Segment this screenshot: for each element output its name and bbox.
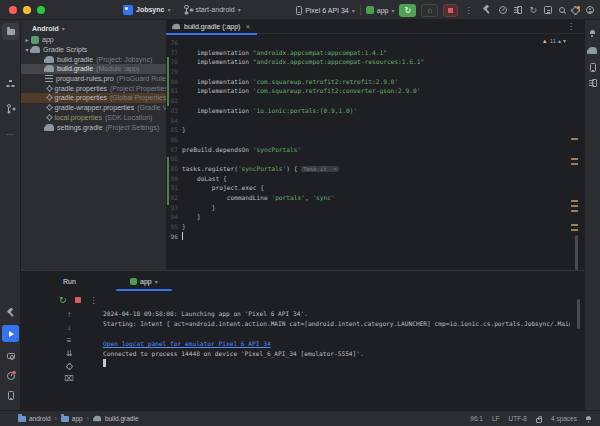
code-token: implementation bbox=[182, 78, 253, 85]
code-token: } bbox=[182, 204, 216, 211]
settings-icon[interactable] bbox=[572, 7, 579, 14]
editor-scrollbar[interactable] bbox=[575, 235, 578, 270]
project-tool-button[interactable] bbox=[2, 23, 19, 40]
git-tool-button[interactable] bbox=[2, 100, 19, 117]
phone-icon bbox=[8, 391, 14, 400]
stop-button[interactable] bbox=[443, 4, 458, 17]
bell-icon bbox=[590, 30, 596, 36]
line-number: 87 bbox=[166, 145, 178, 155]
stop-icon[interactable] bbox=[75, 297, 81, 303]
tree-item-hint: (Module :app) bbox=[96, 65, 139, 72]
editor-tab-build-gradle[interactable]: build.gradle (:app) × bbox=[166, 20, 257, 34]
device-manager-tool-button[interactable] bbox=[585, 75, 600, 92]
logcat-tool-button[interactable] bbox=[2, 347, 19, 364]
running-devices-tool-button[interactable] bbox=[2, 387, 19, 404]
breadcrumb: android › app › build.gradle bbox=[18, 415, 139, 422]
soft-wrap-icon[interactable]: ≡ bbox=[67, 337, 72, 345]
run-console[interactable]: 2024-04-18 09:58:08: Launching app on 'P… bbox=[103, 309, 570, 406]
running-devices-tool-button[interactable] bbox=[585, 59, 600, 76]
structure-tool-button[interactable] bbox=[2, 75, 19, 92]
device-manager-icon[interactable] bbox=[514, 6, 522, 15]
logcat-panel-link[interactable]: Open logcat panel for emulator Pixel 6 A… bbox=[103, 340, 271, 347]
project-name: Jobsync bbox=[136, 6, 164, 13]
android-studio-window: Jobsync ▾ start-android ▾ Pixel 6 API 34… bbox=[0, 0, 600, 426]
minimize-window-button[interactable] bbox=[23, 6, 31, 14]
gradle-tool-button[interactable] bbox=[585, 42, 600, 59]
run-tab-label: app bbox=[140, 278, 152, 285]
breadcrumb-android[interactable]: android bbox=[18, 415, 51, 422]
up-stack-trace-icon[interactable]: ↑ bbox=[67, 311, 71, 319]
run-panel-title: Run bbox=[63, 278, 76, 285]
code-text: preBuild.dependsOn 'syncPortals' bbox=[182, 145, 301, 155]
tree-item[interactable]: settings.gradle(Project Settings) bbox=[21, 122, 166, 132]
line-separator-widget[interactable]: LF bbox=[492, 415, 500, 422]
run-tool-button[interactable] bbox=[2, 325, 19, 342]
more-options-menu[interactable]: ⋮ bbox=[89, 296, 99, 305]
code-token: commandLine bbox=[182, 194, 271, 201]
code-token: preBuild.dependsOn bbox=[182, 146, 253, 153]
account-icon[interactable] bbox=[586, 6, 594, 14]
tree-item[interactable]: gradle.properties(Global Properties) bbox=[21, 93, 166, 103]
tree-item[interactable]: gradle.properties(Project Properties) bbox=[21, 83, 166, 93]
run-configuration-selector[interactable]: app ▾ bbox=[366, 6, 395, 14]
build-tool-button[interactable] bbox=[2, 304, 19, 321]
breadcrumb-app[interactable]: app bbox=[61, 415, 83, 422]
run-tab-app[interactable]: app ▾ bbox=[116, 271, 172, 291]
gradle-file-icon bbox=[45, 65, 54, 72]
code-token: } bbox=[182, 223, 186, 230]
vcs-branch-widget[interactable]: start-android ▾ bbox=[184, 5, 240, 15]
tree-item[interactable]: ▾Gradle Scripts bbox=[21, 45, 166, 55]
encoding-widget[interactable]: UTF-8 bbox=[509, 415, 527, 422]
sdk-manager-icon[interactable] bbox=[544, 6, 552, 14]
rerun-button[interactable]: ↻ bbox=[399, 4, 416, 17]
tree-item[interactable]: ▸app bbox=[21, 35, 166, 45]
more-actions-menu[interactable]: ⋮ bbox=[463, 6, 473, 15]
console-scrollbar[interactable] bbox=[577, 299, 580, 329]
git-branch-icon bbox=[184, 5, 192, 15]
warning-stripe-mark bbox=[571, 158, 578, 160]
scroll-to-end-icon[interactable]: ⇊ bbox=[66, 350, 73, 358]
build-icon[interactable] bbox=[482, 5, 492, 15]
code-line: 84 bbox=[166, 116, 584, 126]
indent-widget[interactable]: 4 spaces bbox=[551, 415, 577, 422]
vcs-change-bar bbox=[167, 157, 169, 205]
code-line: 80 implementation 'com.squareup.retrofit… bbox=[166, 77, 584, 87]
project-widget[interactable]: Jobsync ▾ bbox=[123, 5, 170, 15]
problems-tool-button[interactable] bbox=[2, 367, 19, 384]
tree-item[interactable]: build.gradle(Project: Jobsync) bbox=[21, 54, 166, 64]
code-line: 79 bbox=[166, 67, 584, 77]
console-line: Open logcat panel for emulator Pixel 6 A… bbox=[103, 339, 570, 349]
run-panel: Run app ▾ ↻ ⋮ ↑ ↓ ≡ ⇊ ⌧ 2024-04-18 09:58… bbox=[21, 270, 584, 410]
breadcrumb-build-gradle[interactable]: build.gradle bbox=[93, 415, 139, 422]
gradle-sync-icon[interactable]: ↻ bbox=[529, 6, 537, 15]
tree-item[interactable]: local.properties(SDK Location) bbox=[21, 113, 166, 123]
profiler-icon[interactable] bbox=[499, 6, 507, 14]
project-view-selector[interactable]: Android ▾ bbox=[21, 20, 166, 35]
folder-icon bbox=[61, 416, 69, 422]
chevron-right-icon[interactable]: ▸ bbox=[23, 36, 31, 43]
rerun-icon[interactable]: ↻ bbox=[59, 295, 67, 305]
tree-item[interactable]: gradle-wrapper.properties(Gradle Version… bbox=[21, 103, 166, 113]
down-stack-trace-icon[interactable]: ↓ bbox=[67, 324, 71, 332]
zoom-window-button[interactable] bbox=[37, 6, 45, 14]
readonly-lock-icon[interactable] bbox=[536, 418, 542, 423]
notifications-tool-button[interactable] bbox=[585, 24, 600, 41]
apply-changes-button[interactable]: ⌂ bbox=[421, 4, 438, 17]
tab-options-menu[interactable]: ⋮ bbox=[566, 22, 576, 31]
close-window-button[interactable] bbox=[9, 6, 17, 14]
notifications-icon[interactable] bbox=[586, 416, 592, 422]
device-selector[interactable]: Pixel 6 API 34 ▾ bbox=[296, 6, 355, 15]
code-token: ) { bbox=[286, 165, 301, 172]
tree-item[interactable]: build.gradle(Module :app) bbox=[21, 64, 166, 74]
more-tool-windows-button[interactable]: … bbox=[2, 124, 19, 141]
tree-item[interactable]: proguard-rules.pro(ProGuard Rules for ":… bbox=[21, 74, 166, 84]
code-text: implementation "androidx.appcompat:appco… bbox=[182, 48, 387, 58]
close-icon[interactable]: × bbox=[245, 22, 250, 31]
search-everywhere-icon[interactable] bbox=[559, 7, 565, 13]
caret-position-widget[interactable]: 96:1 bbox=[470, 415, 483, 422]
clear-console-icon[interactable]: ⌧ bbox=[64, 375, 73, 383]
console-settings-icon[interactable] bbox=[66, 364, 72, 370]
code-view[interactable]: 7677 implementation "androidx.appcompat:… bbox=[166, 34, 584, 241]
code-token: implementation bbox=[182, 107, 253, 114]
console-line: Starting: Intent { act=android.intent.ac… bbox=[103, 319, 570, 329]
